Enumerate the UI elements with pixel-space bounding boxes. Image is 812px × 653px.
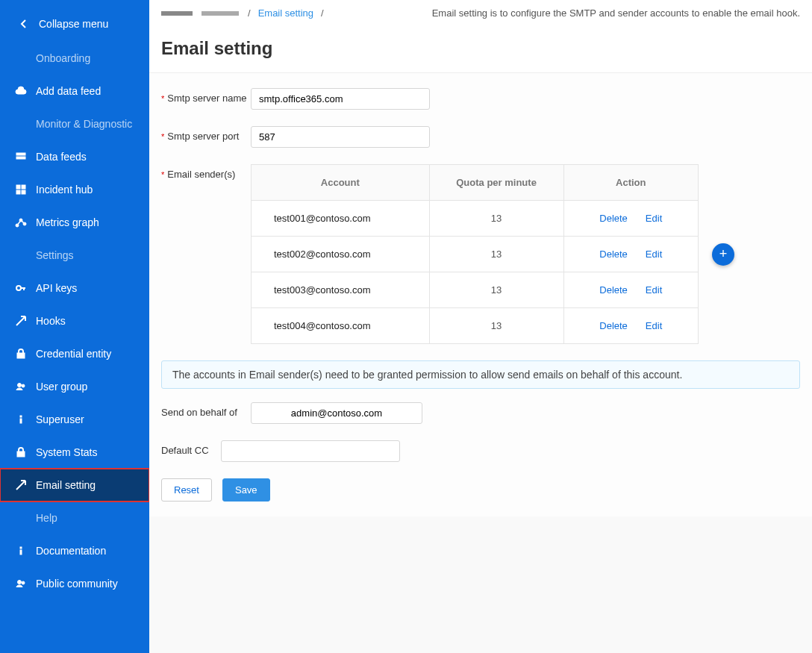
users-icon <box>15 578 27 590</box>
action-cell: DeleteEdit <box>563 201 698 237</box>
edit-link[interactable]: Edit <box>646 284 662 296</box>
sidebar-item-superuser[interactable]: Superuser <box>0 403 149 436</box>
behalf-input[interactable] <box>251 402 422 424</box>
senders-label: Email sender(s) <box>161 164 251 180</box>
delete-link[interactable]: Delete <box>599 213 628 224</box>
quota-cell: 13 <box>429 201 563 237</box>
info-icon <box>15 545 27 557</box>
sidebar-item-api-keys[interactable]: API keys <box>0 272 149 304</box>
page-title: Email setting <box>149 26 812 73</box>
col-action: Action <box>563 165 698 201</box>
account-cell: test004@contoso.com <box>252 308 430 344</box>
svg-rect-17 <box>20 550 22 554</box>
svg-rect-1 <box>16 157 25 159</box>
info-icon <box>15 413 27 425</box>
table-row: test004@contoso.com13DeleteEdit <box>252 308 699 344</box>
svg-point-18 <box>18 581 22 584</box>
edit-link[interactable]: Edit <box>646 249 662 260</box>
account-cell: test002@contoso.com <box>252 237 430 272</box>
main-content: / Email setting / Email setting is to co… <box>149 0 812 653</box>
smtp-name-input[interactable] <box>251 88 430 110</box>
arrow-icon <box>15 315 27 327</box>
svg-rect-16 <box>20 547 22 549</box>
lock-icon <box>15 446 27 458</box>
stack-icon <box>15 151 27 163</box>
cc-input[interactable] <box>221 440 400 462</box>
cc-label: Default CC <box>161 440 221 456</box>
table-row: test003@contoso.com13DeleteEdit <box>252 272 699 308</box>
svg-point-19 <box>22 581 25 584</box>
sidebar-item-metrics-graph[interactable]: Metrics graph <box>0 206 149 239</box>
lock-icon <box>15 348 27 360</box>
smtp-name-label: Smtp server name <box>161 88 251 104</box>
quota-cell: 13 <box>429 237 563 272</box>
col-account: Account <box>252 165 430 201</box>
svg-rect-0 <box>16 153 25 155</box>
svg-rect-5 <box>22 190 25 194</box>
delete-link[interactable]: Delete <box>599 320 628 331</box>
redacted-crumb <box>202 11 239 16</box>
delete-link[interactable]: Delete <box>599 249 628 260</box>
dashboard-icon <box>15 184 27 196</box>
sidebar-item-monitor-diagnostic[interactable]: Monitor & Diagnostic <box>0 107 149 140</box>
action-cell: DeleteEdit <box>563 237 698 272</box>
svg-rect-3 <box>22 185 25 189</box>
account-cell: test003@contoso.com <box>252 272 430 308</box>
svg-point-12 <box>22 384 25 387</box>
breadcrumb-separator: / <box>321 7 324 19</box>
collapse-menu-label: Collapse menu <box>39 18 108 30</box>
add-sender-button[interactable]: + <box>712 243 734 266</box>
sidebar-item-credential-entity[interactable]: Credential entity <box>0 337 149 370</box>
plus-icon: + <box>719 246 728 262</box>
sidebar-item-public-community[interactable]: Public community <box>0 567 149 600</box>
quota-cell: 13 <box>429 272 563 308</box>
svg-rect-4 <box>16 190 20 194</box>
svg-rect-10 <box>17 353 25 358</box>
reset-button[interactable]: Reset <box>161 478 212 502</box>
delete-link[interactable]: Delete <box>599 284 628 296</box>
permission-notice: The accounts in Email sender(s) need to … <box>161 360 800 389</box>
edit-link[interactable]: Edit <box>646 320 662 331</box>
breadcrumb: / Email setting / <box>161 7 324 19</box>
header-description: Email setting is to configure the SMTP a… <box>432 7 800 19</box>
collapse-menu-button[interactable]: Collapse menu <box>0 13 149 42</box>
sidebar-item-email-setting[interactable]: Email setting <box>0 469 149 502</box>
users-icon <box>15 381 27 393</box>
quota-cell: 13 <box>429 308 563 344</box>
smtp-port-label: Smtp server port <box>161 126 251 142</box>
sidebar-item-user-group[interactable]: User group <box>0 370 149 403</box>
svg-point-11 <box>18 384 22 387</box>
svg-point-9 <box>16 286 21 290</box>
account-cell: test001@contoso.com <box>252 201 430 237</box>
sidebar-item-system-stats[interactable]: System Stats <box>0 436 149 469</box>
redacted-crumb <box>161 11 193 16</box>
senders-table: Account Quota per minute Action test001@… <box>251 164 699 344</box>
action-cell: DeleteEdit <box>563 272 698 308</box>
email-setting-form: Smtp server name Smtp server port Email … <box>149 73 812 516</box>
sidebar-item-documentation[interactable]: Documentation <box>0 534 149 567</box>
breadcrumb-email-setting[interactable]: Email setting <box>258 7 313 19</box>
save-button[interactable]: Save <box>222 478 270 502</box>
sidebar-item-settings[interactable]: Settings <box>0 239 149 272</box>
svg-rect-15 <box>17 452 25 457</box>
edit-link[interactable]: Edit <box>646 213 662 224</box>
sidebar-item-help[interactable]: Help <box>0 502 149 534</box>
sidebar-item-onboarding[interactable]: Onboarding <box>0 42 149 75</box>
wrench-icon <box>15 479 27 491</box>
cloud-upload-icon <box>15 85 27 97</box>
key-icon <box>15 282 27 294</box>
sidebar-item-add-datafeed[interactable]: Add data feed <box>0 75 149 107</box>
smtp-port-input[interactable] <box>251 126 430 148</box>
behalf-label: Send on behalf of <box>161 402 251 418</box>
svg-rect-2 <box>16 185 20 189</box>
graph-icon <box>15 216 27 228</box>
sidebar-item-data-feeds[interactable]: Data feeds <box>0 140 149 173</box>
action-cell: DeleteEdit <box>563 308 698 344</box>
breadcrumb-separator: / <box>248 7 251 19</box>
sidebar: Collapse menu Onboarding Add data feed M… <box>0 0 149 653</box>
sidebar-item-incident-hub[interactable]: Incident hub <box>0 173 149 206</box>
sidebar-item-hooks[interactable]: Hooks <box>0 304 149 337</box>
svg-rect-14 <box>20 419 22 423</box>
chevron-left-icon <box>18 18 30 30</box>
col-quota: Quota per minute <box>429 165 563 201</box>
